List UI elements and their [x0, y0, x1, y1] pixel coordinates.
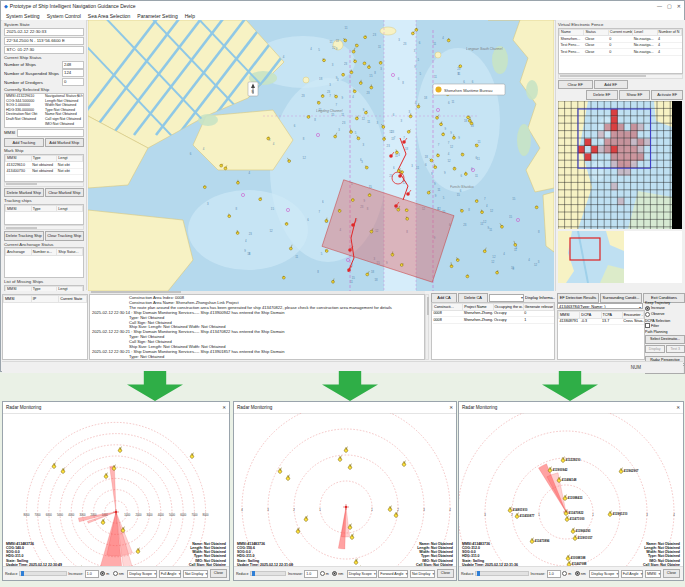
zoom-slider[interactable]	[475, 571, 529, 576]
ca-select[interactable]: ▾	[489, 294, 524, 303]
unit-nm-radio[interactable]: nm	[332, 571, 343, 576]
ca-table[interactable]: Constructi...Project NameOccupying the w…	[431, 302, 555, 360]
angle-select[interactable]: Forward Angle▾	[378, 570, 408, 578]
unit-m-radio[interactable]: m	[320, 571, 329, 576]
label-display-select[interactable]: MMSI▾	[645, 570, 661, 578]
connection-table[interactable]: MMSIIPCurrent State	[2, 294, 88, 360]
selected-ship-right: Navigational Status:航行中 Length:Not Obtai…	[44, 94, 83, 127]
fence-table[interactable]: NameStatusCurrent numb...LevelNumber of …	[558, 28, 683, 74]
overview-minimap[interactable]	[558, 231, 682, 283]
add-tracking-button[interactable]: Add Tracking	[4, 138, 44, 148]
add-ef-button[interactable]: Add EF	[594, 80, 629, 90]
menu-item-help[interactable]: Help	[185, 13, 195, 19]
table-row[interactable]: 413400730Not obtainedNot obt	[6, 168, 83, 175]
column-header[interactable]: Current State	[59, 296, 87, 303]
column-header[interactable]: MMSI	[4, 296, 32, 303]
add-marked-ship-button[interactable]: Add Marked Ship	[45, 138, 85, 148]
close-button[interactable]: Close	[437, 569, 454, 578]
svg-text:6000: 6000	[180, 513, 186, 517]
table-row[interactable]: 0008Shenzhen-Zhong...Occupy1	[433, 317, 554, 324]
mmsi-input[interactable]	[17, 129, 84, 137]
fence-scrollbar[interactable]	[558, 74, 683, 79]
show-ef-button[interactable]: Show EF	[619, 90, 651, 100]
clear-tracking-ship-button[interactable]: Clear Tracking Ship	[45, 231, 85, 241]
display-scope-select[interactable]: Display Scope▾	[589, 570, 619, 578]
column-header[interactable]: Anchorage	[6, 249, 32, 256]
num-ships-label: Number of Ships	[4, 62, 62, 67]
cpa-table[interactable]: MMSIDCPATCPAEncounter ...413848791-0.313…	[557, 310, 645, 360]
increase-radio[interactable]: Increase	[645, 306, 665, 311]
column-header[interactable]: Type	[31, 205, 57, 212]
surrounding-conditions-button[interactable]: Surrounding Condit...	[600, 293, 642, 303]
unit-nm-radio[interactable]: nm	[575, 571, 586, 576]
close-button[interactable]: Close	[210, 569, 227, 578]
mmsi-label: 413473896	[535, 539, 550, 543]
table-row[interactable]: Test Fenc...Close0No-naviga...4	[560, 49, 682, 56]
scale-input[interactable]: 1.0	[547, 570, 561, 578]
unit-m-radio[interactable]: m	[562, 571, 571, 576]
test-button[interactable]: Test 3	[666, 345, 685, 354]
density-grid-map[interactable]	[558, 101, 682, 229]
column-header[interactable]: Number o...	[31, 249, 57, 256]
display-informa-label[interactable]: Display Informa...	[525, 295, 555, 300]
delete-tracking-ship-button[interactable]: Delete Tracking Ship	[4, 231, 44, 241]
mark-ship-table[interactable]: MMSITypeLengt413229610Not obtainedNot ob…	[4, 154, 84, 182]
table-row[interactable]: 413848791-0.313.7Cross Situa...	[559, 318, 644, 325]
anchorage-table[interactable]: AnchorageNumber o...Ship Satur...	[4, 247, 84, 278]
radar-display[interactable]: 1000100020002000300030004000400050005000…	[3, 413, 229, 569]
clear-marked-ship-button[interactable]: Clear Marked Ship	[45, 188, 85, 198]
clear-ef-button[interactable]: Clear EF	[558, 80, 593, 90]
activate-ef-button[interactable]: Activate EF	[651, 90, 683, 100]
angle-select[interactable]: Full Angle▾	[159, 570, 182, 578]
maximize-icon[interactable]: ▢	[667, 3, 672, 9]
num-suspended-label: Number of Suspended Ships	[4, 71, 62, 76]
close-button[interactable]: Close	[663, 569, 680, 578]
reduce-label: Reduce	[236, 572, 248, 576]
maritime-notice: Shenzhen Maritime Bureau	[433, 84, 505, 95]
chevron-down-icon: ▾	[374, 571, 376, 577]
column-header[interactable]: Lengt	[57, 205, 83, 212]
angle-select[interactable]: Full Angle▾	[621, 570, 644, 578]
ship-marker	[475, 200, 478, 203]
label-display-select[interactable]: Not Display▾	[410, 570, 435, 578]
delete-marked-ship-button[interactable]: Delete Marked Ship	[4, 188, 44, 198]
observe-radio[interactable]: Observe	[645, 312, 665, 317]
menu-item-system-setting[interactable]: System Setting	[6, 13, 40, 19]
select-destination-button[interactable]: Select Destinatio...	[645, 335, 685, 344]
column-header[interactable]: IP	[31, 296, 59, 303]
zoom-slider[interactable]	[250, 571, 287, 576]
close-icon[interactable]: ✕	[677, 3, 681, 9]
close-icon[interactable]: ✕	[222, 405, 226, 410]
radar-display[interactable]: 1122334441322921041390094241348414841308…	[459, 413, 683, 569]
unit-m-radio[interactable]: m	[100, 571, 109, 576]
scale-input[interactable]: 1.0	[304, 570, 318, 578]
target-ship-select[interactable]: 413463784(Type: Name: )▾	[557, 303, 643, 310]
svg-text:23: 23	[301, 94, 305, 98]
column-header[interactable]: MMSI	[6, 205, 32, 212]
close-icon[interactable]: ✕	[449, 405, 453, 410]
menu-item-parameter-setting[interactable]: Parameter Setting	[137, 13, 177, 19]
nautical-chart[interactable]: 4751211562311126111293618818911237823116…	[88, 20, 554, 291]
unit-nm-radio[interactable]: nm	[113, 571, 124, 576]
column-header[interactable]: Ship Satur...	[57, 249, 83, 256]
radar-display[interactable]: 11223344 MMSI:413483736 COG:150.6 SOG:0.…	[234, 413, 456, 569]
display-button[interactable]: Display	[645, 345, 665, 354]
display-scope-select[interactable]: Display Scope▾	[127, 570, 157, 578]
delete-ef-button[interactable]: Delete EF	[586, 90, 618, 100]
scale-input[interactable]: 1.0	[85, 570, 99, 578]
zoom-slider[interactable]	[19, 571, 67, 576]
label-display-select[interactable]: Not Display▾	[183, 570, 208, 578]
event-log[interactable]: Construction Area Index: 0008Constructio…	[89, 294, 425, 360]
tracking-ships-table[interactable]: MMSITypeLengt	[4, 204, 84, 225]
display-scope-select[interactable]: Display Scope▾	[347, 570, 377, 578]
tracking-scrollbar[interactable]	[4, 225, 84, 230]
log-v-scrollbar[interactable]	[425, 294, 429, 360]
filter-checkbox[interactable]: Filter	[645, 323, 659, 328]
radar-title: Radar Monitoring	[6, 405, 41, 410]
ef-detection-results-button[interactable]: EF Detection Results	[557, 293, 599, 303]
minimize-icon[interactable]: —	[657, 3, 662, 9]
menu-item-sea-area-selection[interactable]: Sea Area Selection	[88, 13, 131, 19]
mark-ship-scrollbar[interactable]	[4, 182, 84, 187]
close-icon[interactable]: ✕	[676, 405, 680, 410]
menu-item-system-control[interactable]: System Control	[47, 13, 81, 19]
